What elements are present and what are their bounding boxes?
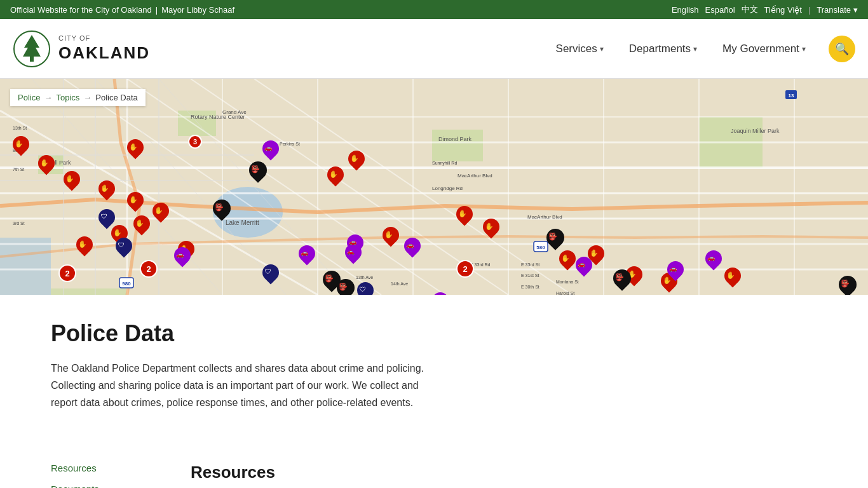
page-title: Police Data <box>51 320 817 347</box>
svg-text:Harold St: Harold St <box>556 291 574 295</box>
top-bar-right: English Español 中文 Tiếng Việt | Translat… <box>672 4 858 15</box>
svg-marker-1 <box>23 35 41 57</box>
svg-text:Joaquin Miller Park: Joaquin Miller Park <box>731 128 780 134</box>
separator: | <box>156 5 158 15</box>
translate-separator: | <box>808 5 810 15</box>
header: CITY OF OAKLAND Services ▾ Departments ▾… <box>0 19 868 79</box>
breadcrumb: Police → Topics → Police Data <box>10 89 146 106</box>
svg-text:Longridge Rd: Longridge Rd <box>432 186 463 191</box>
nav-departments[interactable]: Departments ▾ <box>619 37 707 60</box>
my-government-chevron-icon: ▾ <box>802 44 806 53</box>
svg-rect-10 <box>0 238 51 295</box>
svg-text:E 33rd St: E 33rd St <box>521 262 539 267</box>
translate-button[interactable]: Translate ▾ <box>817 5 858 15</box>
svg-rect-9 <box>51 288 127 295</box>
main-content: Police Data The Oakland Police Departmen… <box>0 295 868 463</box>
breadcrumb-sep-2: → <box>83 93 92 102</box>
svg-text:Dimond Park: Dimond Park <box>438 136 472 142</box>
svg-text:Grand Ave: Grand Ave <box>222 109 247 115</box>
bottom-layout: Resources Documents Topics Resources <box>0 463 868 488</box>
svg-text:7th St: 7th St <box>13 167 24 172</box>
lang-english[interactable]: English <box>672 5 699 15</box>
svg-text:Perkins St: Perkins St <box>280 142 300 146</box>
svg-text:MacArthur Blvd: MacArthur Blvd <box>527 214 562 220</box>
breadcrumb-police-link[interactable]: Police <box>18 93 40 102</box>
map-background: Lowell Park Charles P Howard Terminal Ro… <box>0 79 868 295</box>
top-bar-left: Official Website for the City of Oakland… <box>10 5 234 15</box>
lang-chinese[interactable]: 中文 <box>742 4 758 15</box>
nav-services-label: Services <box>556 43 597 55</box>
svg-rect-7 <box>432 130 483 161</box>
oakland-label: OAKLAND <box>58 43 150 63</box>
svg-text:580: 580 <box>536 245 545 250</box>
svg-text:E 30th St: E 30th St <box>521 285 539 289</box>
lang-espanol[interactable]: Español <box>705 5 735 15</box>
svg-text:Lake Merritt: Lake Merritt <box>226 219 259 226</box>
svg-text:Montana St: Montana St <box>556 280 579 284</box>
svg-text:E 31st St: E 31st St <box>521 273 539 278</box>
nav-my-government[interactable]: My Government ▾ <box>712 37 816 60</box>
lang-vietnamese[interactable]: Tiếng Việt <box>764 5 802 15</box>
svg-text:3rd St: 3rd St <box>13 221 25 226</box>
svg-text:980: 980 <box>122 281 131 287</box>
nav-my-government-label: My Government <box>722 43 799 55</box>
page-description: The Oakland Police Department collects a… <box>51 360 432 412</box>
search-icon: 🔍 <box>835 42 849 56</box>
logo-area[interactable]: CITY OF OAKLAND <box>13 30 150 68</box>
breadcrumb-topics-link[interactable]: Topics <box>56 93 79 102</box>
resources-section: Resources <box>191 463 817 488</box>
breadcrumb-current: Police Data <box>95 93 137 102</box>
svg-text:14th Ave: 14th Ave <box>391 281 408 286</box>
sidebar-link-documents[interactable]: Documents <box>51 484 153 488</box>
departments-chevron-icon: ▾ <box>693 44 697 53</box>
svg-text:13th Ave: 13th Ave <box>356 275 373 280</box>
translate-label: Translate <box>817 5 851 15</box>
translate-chevron-icon: ▾ <box>853 5 858 15</box>
resources-title: Resources <box>191 463 817 482</box>
nav-services[interactable]: Services ▾ <box>546 37 614 60</box>
city-logo-icon <box>13 30 51 68</box>
nav: Services ▾ Departments ▾ My Government ▾… <box>546 36 855 62</box>
sidebar-link-resources[interactable]: Resources <box>51 463 153 473</box>
nav-departments-label: Departments <box>629 43 691 55</box>
breadcrumb-sep-1: → <box>44 93 52 102</box>
svg-rect-2 <box>30 57 34 62</box>
logo-text: CITY OF OAKLAND <box>58 34 150 62</box>
svg-text:MacArthur Blvd: MacArthur Blvd <box>458 173 492 179</box>
map-container[interactable]: Lowell Park Charles P Howard Terminal Ro… <box>0 79 868 295</box>
svg-text:E 29th: E 29th <box>521 294 534 295</box>
sidebar: Resources Documents Topics <box>51 463 153 488</box>
search-button[interactable]: 🔍 <box>829 36 855 62</box>
top-bar: Official Website for the City of Oakland… <box>0 0 868 19</box>
svg-text:13: 13 <box>789 93 794 98</box>
svg-text:13th St: 13th St <box>13 126 27 130</box>
official-text: Official Website for the City of Oakland <box>10 5 152 15</box>
services-chevron-icon: ▾ <box>600 44 604 53</box>
mayor-text: Mayor Libby Schaaf <box>161 5 234 15</box>
city-of-label: CITY OF <box>58 34 150 43</box>
svg-text:Sunnyhill Rd: Sunnyhill Rd <box>432 161 457 166</box>
